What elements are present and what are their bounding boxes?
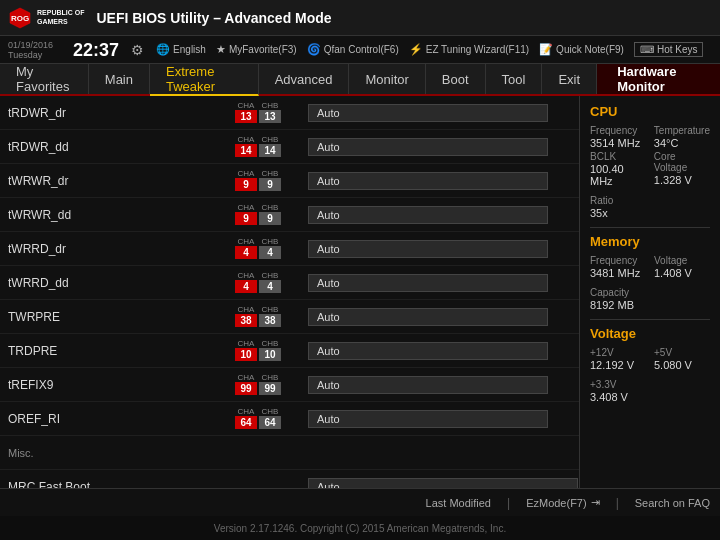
value-input[interactable]: Auto [308,138,548,156]
misc-row: Misc. [0,436,579,470]
settings-gear-icon[interactable]: ⚙ [131,42,144,58]
v5-value: 5.080 V [654,359,710,371]
footer-sep-2: | [616,496,619,510]
table-row: OREF_RI CHA64 CHB64 Auto [0,402,579,436]
chb-tag: CHB 13 [259,102,281,123]
table-row: tWRRD_dr CHA4 CHB4 Auto [0,232,579,266]
value-input[interactable]: Auto [308,274,548,292]
hot-keys-button[interactable]: ⌨ Hot Keys [634,42,704,57]
nav-exit[interactable]: Exit [542,64,597,94]
nav-bar: My Favorites Main Extreme Tweaker Advanc… [0,64,720,96]
toolbar-quicknote[interactable]: 📝 Quick Note(F9) [539,43,624,56]
value-input[interactable]: Auto [308,172,548,190]
mem-cap-value: 8192 MB [590,299,710,311]
last-modified-button[interactable]: Last Modified [426,497,491,509]
setting-tags: CHA 13 CHB 13 [208,102,308,123]
setting-name: tWRWR_dr [8,174,208,188]
toolbar-myfavorite[interactable]: ★ MyFavorite(F3) [216,43,297,56]
misc-label: Misc. [8,447,208,459]
v33-value: 3.408 V [590,391,710,403]
cpu-ratio-label: Ratio [590,195,710,206]
setting-value[interactable]: Auto [308,138,571,156]
rog-logo-icon: ROG [8,6,32,30]
table-row: tWRWR_dr CHA9 CHB9 Auto [0,164,579,198]
nav-myfavorites[interactable]: My Favorites [0,64,89,94]
table-row: tRDWR_dr CHA 13 CHB 13 Auto [0,96,579,130]
favorite-icon: ★ [216,43,226,56]
setting-name: tRDWR_dd [8,140,208,154]
cpu-ratio-value: 35x [590,207,710,219]
mem-freq-label: Frequency [590,255,646,266]
value-input[interactable]: Auto [308,376,548,394]
copyright-text: Version 2.17.1246. Copyright (C) 2015 Am… [214,523,506,534]
toolbar-qfan[interactable]: 🌀 Qfan Control(F6) [307,43,399,56]
value-input[interactable]: Auto [308,104,548,122]
fan-icon: 🌀 [307,43,321,56]
copyright-bar: Version 2.17.1246. Copyright (C) 2015 Am… [0,516,720,540]
mem-freq-value: 3481 MHz [590,267,646,279]
cpu-freq-label: Frequency [590,125,646,136]
table-row: tREFIX9 CHA99 CHB99 Auto [0,368,579,402]
v5-label: +5V [654,347,710,358]
settings-panel: tRDWR_dr CHA 13 CHB 13 Auto tRDWR_dd CHA… [0,96,580,488]
table-row: tWRRD_dd CHA4 CHB4 Auto [0,266,579,300]
main-content: tRDWR_dr CHA 13 CHB 13 Auto tRDWR_dd CHA… [0,96,720,488]
v12-value: 12.192 V [590,359,646,371]
table-row: tWRWR_dd CHA9 CHB9 Auto [0,198,579,232]
ez-mode-label: EzMode(F7) [526,497,587,509]
last-modified-label: Last Modified [426,497,491,509]
setting-tags: CHA14 CHB14 [208,136,308,157]
value-input[interactable]: Auto [308,308,548,326]
brand-text: REPUBLIC OF GAMERS [37,9,84,26]
value-input[interactable]: Auto [308,342,548,360]
header-title: UEFI BIOS Utility – Advanced Mode [96,10,712,26]
value-input[interactable]: Auto [308,240,548,258]
quicknote-label: Quick Note(F9) [556,44,624,55]
hotkeys-label: Hot Keys [657,44,698,55]
logo-container: ROG REPUBLIC OF GAMERS [8,6,84,30]
cpu-temp-value: 34°C [654,137,710,149]
nav-extreme-tweaker[interactable]: Extreme Tweaker [150,64,259,96]
nav-advanced[interactable]: Advanced [259,64,350,94]
table-row: tRDWR_dd CHA14 CHB14 Auto [0,130,579,164]
language-label: English [173,44,206,55]
date-display: 01/19/2016Tuesday [8,40,53,60]
mrc-fastboot-dropdown[interactable]: Auto [308,478,578,489]
mrc-fastboot-row: MRC Fast Boot Auto [0,470,579,488]
nav-tool[interactable]: Tool [486,64,543,94]
toolbar-eztuning[interactable]: ⚡ EZ Tuning Wizard(F11) [409,43,529,56]
table-row: TRDPRE CHA10 CHB10 Auto [0,334,579,368]
search-faq-label: Search on FAQ [635,497,710,509]
nav-monitor[interactable]: Monitor [349,64,425,94]
time-section: 01/19/2016Tuesday [8,40,53,60]
hw-monitor-title: Hardware Monitor [597,64,720,94]
cpu-bclk-value: 100.40 MHz [590,163,646,187]
setting-name: tWRRD_dd [8,276,208,290]
cpu-freq-value: 3514 MHz [590,137,646,149]
hw-divider-2 [590,319,710,320]
cpu-corev-value: 1.328 V [654,174,710,186]
footer-bar: Last Modified | EzMode(F7) ⇥ | Search on… [0,488,720,516]
mem-cap-label: Capacity [590,287,710,298]
voltage-section-title: Voltage [590,326,710,341]
cpu-grid: Frequency 3514 MHz Temperature 34°C BCLK… [590,125,710,187]
time-bar: 01/19/2016Tuesday 22:37 ⚙ 🌐 English ★ My… [0,36,720,64]
ez-mode-button[interactable]: EzMode(F7) ⇥ [526,496,600,509]
mrc-fastboot-label: MRC Fast Boot [8,480,208,489]
table-row: TWRPRE CHA38 CHB38 Auto [0,300,579,334]
eztuning-icon: ⚡ [409,43,423,56]
value-input[interactable]: Auto [308,410,548,428]
setting-name: tRDWR_dr [8,106,208,120]
setting-name: TRDPRE [8,344,208,358]
toolbar-language[interactable]: 🌐 English [156,43,206,56]
memory-section-title: Memory [590,234,710,249]
footer-sep-1: | [507,496,510,510]
header-bar: ROG REPUBLIC OF GAMERS UEFI BIOS Utility… [0,0,720,36]
nav-boot[interactable]: Boot [426,64,486,94]
setting-value[interactable]: Auto [308,104,571,122]
setting-name: tREFIX9 [8,378,208,392]
hotkeys-icon: ⌨ [640,44,654,55]
search-faq-button[interactable]: Search on FAQ [635,497,710,509]
value-input[interactable]: Auto [308,206,548,224]
nav-main[interactable]: Main [89,64,150,94]
